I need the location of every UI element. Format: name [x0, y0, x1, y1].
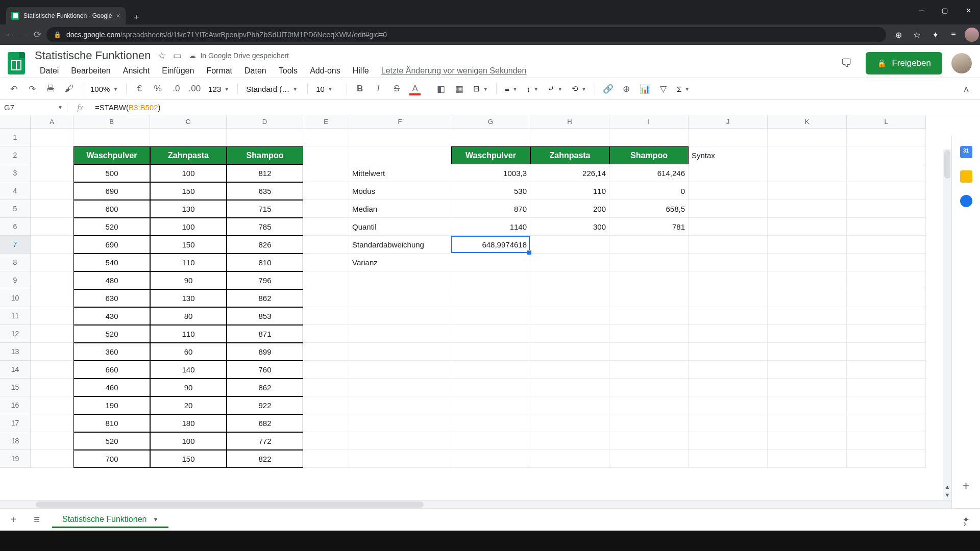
cell-B13[interactable]: 360	[74, 343, 150, 361]
cell-G8[interactable]	[451, 254, 530, 271]
cell-J7[interactable]	[689, 236, 768, 254]
cell-J8[interactable]	[689, 254, 768, 271]
cell-J2[interactable]: Syntax	[689, 146, 768, 164]
cell-D15[interactable]: 862	[227, 379, 303, 396]
cell-J18[interactable]	[689, 432, 768, 450]
browser-tab[interactable]: Statistische Funktionen - Google ×	[6, 7, 126, 24]
increase-decimal-button[interactable]: .00	[186, 81, 203, 97]
cell-D2[interactable]: Shampoo	[227, 146, 303, 164]
cell-H18[interactable]	[530, 432, 609, 450]
row-header-8[interactable]: 8	[0, 254, 31, 271]
cell-K4[interactable]	[768, 182, 847, 200]
cell-F6[interactable]: Quantil	[349, 218, 451, 236]
cell-D12[interactable]: 871	[227, 325, 303, 343]
cell-F1[interactable]	[349, 129, 451, 146]
cell-B8[interactable]: 540	[74, 254, 150, 271]
merge-button[interactable]: ⊟▼	[469, 84, 492, 93]
cell-I2[interactable]: Shampoo	[609, 146, 689, 164]
percent-button[interactable]: %	[149, 81, 166, 97]
cell-G6[interactable]: 1140	[451, 218, 530, 236]
cell-K11[interactable]	[768, 307, 847, 325]
cell-K12[interactable]	[768, 325, 847, 343]
cell-I1[interactable]	[609, 129, 689, 146]
cell-L18[interactable]	[847, 432, 926, 450]
cell-K13[interactable]	[768, 343, 847, 361]
add-sheet-button[interactable]: +	[5, 512, 21, 528]
move-icon[interactable]: ▭	[173, 50, 182, 61]
cell-B7[interactable]: 690	[74, 236, 150, 254]
redo-button[interactable]: ↷	[23, 81, 41, 97]
cell-J6[interactable]	[689, 218, 768, 236]
italic-button[interactable]: I	[370, 81, 387, 97]
cell-E16[interactable]	[303, 396, 349, 414]
cell-F8[interactable]: Varianz	[349, 254, 451, 271]
cell-K7[interactable]	[768, 236, 847, 254]
valign-button[interactable]: ↕▼	[523, 85, 543, 93]
cell-C16[interactable]: 20	[150, 396, 227, 414]
nav-forward[interactable]: →	[19, 28, 29, 42]
cell-G14[interactable]	[451, 361, 530, 379]
halign-button[interactable]: ≡▼	[501, 85, 522, 93]
cell-I5[interactable]: 658,5	[609, 200, 689, 218]
star-icon[interactable]: ☆	[158, 50, 166, 61]
row-header-3[interactable]: 3	[0, 164, 31, 182]
cell-K15[interactable]	[768, 379, 847, 396]
cell-H19[interactable]	[530, 450, 609, 468]
cell-A19[interactable]	[31, 450, 74, 468]
link-button[interactable]: 🔗	[599, 81, 617, 97]
cell-B15[interactable]: 460	[74, 379, 150, 396]
cell-F5[interactable]: Median	[349, 200, 451, 218]
cell-H9[interactable]	[530, 271, 609, 289]
calendar-icon[interactable]	[960, 146, 972, 158]
cell-J3[interactable]	[689, 164, 768, 182]
cell-A1[interactable]	[31, 129, 74, 146]
cell-G13[interactable]	[451, 343, 530, 361]
cell-I13[interactable]	[609, 343, 689, 361]
cell-D11[interactable]: 853	[227, 307, 303, 325]
cell-E1[interactable]	[303, 129, 349, 146]
cell-D17[interactable]: 682	[227, 414, 303, 432]
cell-F9[interactable]	[349, 271, 451, 289]
cell-G17[interactable]	[451, 414, 530, 432]
new-tab-button[interactable]: +	[130, 10, 144, 24]
cell-F14[interactable]	[349, 361, 451, 379]
cell-J15[interactable]	[689, 379, 768, 396]
cell-C8[interactable]: 110	[150, 254, 227, 271]
col-header-C[interactable]: C	[150, 115, 227, 129]
cell-H2[interactable]: Zahnpasta	[530, 146, 609, 164]
cell-F15[interactable]	[349, 379, 451, 396]
decrease-decimal-button[interactable]: .0	[167, 81, 185, 97]
font-select[interactable]: Standard (…▼	[242, 85, 303, 93]
cell-B17[interactable]: 810	[74, 414, 150, 432]
menu-format[interactable]: Format	[201, 64, 237, 78]
col-header-D[interactable]: D	[227, 115, 303, 129]
row-header-1[interactable]: 1	[0, 129, 31, 146]
col-header-K[interactable]: K	[768, 115, 847, 129]
cell-I3[interactable]: 614,246	[609, 164, 689, 182]
chart-button[interactable]: 📊	[636, 81, 653, 97]
cell-D4[interactable]: 635	[227, 182, 303, 200]
cell-C5[interactable]: 130	[150, 200, 227, 218]
cell-H15[interactable]	[530, 379, 609, 396]
cell-A3[interactable]	[31, 164, 74, 182]
profile-avatar[interactable]	[965, 28, 979, 42]
cell-B16[interactable]: 190	[74, 396, 150, 414]
cell-B12[interactable]: 520	[74, 325, 150, 343]
close-icon[interactable]: ×	[116, 12, 120, 20]
cell-C15[interactable]: 90	[150, 379, 227, 396]
cell-J13[interactable]	[689, 343, 768, 361]
cell-I8[interactable]	[609, 254, 689, 271]
menu-bearbeiten[interactable]: Bearbeiten	[66, 64, 115, 78]
collapse-toolbar-button[interactable]: ʌ	[958, 81, 975, 97]
side-panel-collapse[interactable]: ›	[957, 515, 973, 532]
cell-F16[interactable]	[349, 396, 451, 414]
col-header-J[interactable]: J	[689, 115, 768, 129]
cell-F18[interactable]	[349, 432, 451, 450]
cell-H14[interactable]	[530, 361, 609, 379]
cell-C7[interactable]: 150	[150, 236, 227, 254]
extensions-icon[interactable]: ✦	[928, 28, 942, 42]
cell-I14[interactable]	[609, 361, 689, 379]
cell-L12[interactable]	[847, 325, 926, 343]
cell-D8[interactable]: 810	[227, 254, 303, 271]
comment-button[interactable]: ⊕	[618, 81, 635, 97]
